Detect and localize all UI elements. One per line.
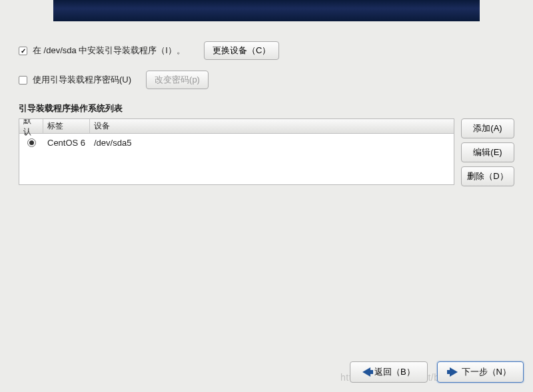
th-label[interactable]: 标签 — [43, 119, 90, 133]
main-content: 在 /dev/sda 中安装引导装载程序（I）。 更换设备（C） 使用引导装载程… — [19, 41, 514, 186]
back-button-label: 返回（B） — [374, 366, 415, 378]
install-bootloader-row: 在 /dev/sda 中安装引导装载程序（I）。 更换设备（C） — [19, 41, 514, 60]
th-default[interactable]: 默认 — [19, 119, 43, 133]
os-list-title: 引导装载程序操作系统列表 — [19, 102, 514, 114]
install-bootloader-checkbox[interactable] — [19, 47, 27, 55]
row-device: /dev/sda5 — [90, 138, 454, 148]
side-buttons: 添加(A) 编辑(E) 删除（D） — [461, 118, 514, 186]
row-default-radio-cell — [19, 138, 43, 147]
next-button-label: 下一步（N） — [462, 366, 511, 378]
change-password-button: 改变密码(p) — [146, 71, 209, 89]
header-banner — [53, 0, 480, 21]
table-header: 默认 标签 设备 — [19, 119, 454, 134]
os-list-table: 默认 标签 设备 CentOS 6 /dev/sda5 — [19, 118, 454, 185]
arrow-right-icon — [450, 367, 458, 377]
change-device-button[interactable]: 更换设备（C） — [204, 41, 279, 60]
delete-button[interactable]: 删除（D） — [461, 166, 514, 186]
row-label: CentOS 6 — [43, 138, 90, 148]
back-button[interactable]: 返回（B） — [350, 361, 428, 383]
os-list-area: 默认 标签 设备 CentOS 6 /dev/sda5 添加(A) 编辑(E) … — [19, 118, 514, 186]
install-bootloader-label: 在 /dev/sda 中安装引导装载程序（I）。 — [33, 45, 185, 57]
table-row[interactable]: CentOS 6 /dev/sda5 — [19, 134, 454, 151]
edit-button[interactable]: 编辑(E) — [461, 142, 514, 162]
use-password-row: 使用引导装载程序密码(U) 改变密码(p) — [19, 71, 514, 89]
next-button[interactable]: 下一步（N） — [437, 361, 524, 383]
arrow-left-icon — [362, 367, 370, 377]
use-password-checkbox[interactable] — [19, 76, 27, 85]
add-button[interactable]: 添加(A) — [461, 118, 514, 138]
th-device[interactable]: 设备 — [90, 119, 454, 133]
footer-nav: 返回（B） 下一步（N） — [350, 361, 524, 383]
use-password-label: 使用引导装载程序密码(U) — [33, 74, 131, 86]
row-default-radio[interactable] — [27, 138, 36, 147]
